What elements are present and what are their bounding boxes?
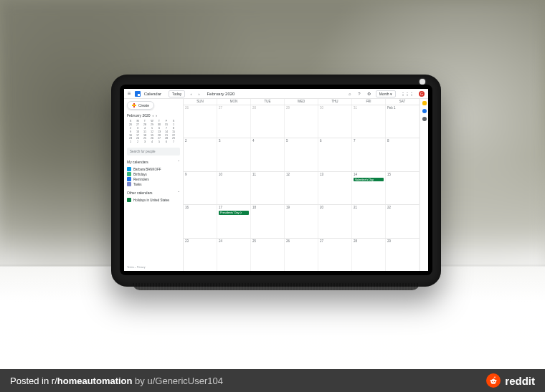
dow-label: WED [285, 99, 318, 105]
device-camera-dot [420, 79, 425, 85]
calendar-list-item[interactable]: Birthdays [127, 172, 180, 176]
day-cell[interactable]: 25 [251, 239, 285, 271]
day-number: 22 [387, 206, 417, 209]
day-number: 8 [387, 139, 417, 143]
calendar-list-item[interactable]: Barbara BANKOFF [127, 167, 180, 171]
day-cell[interactable]: 15 [386, 172, 420, 204]
my-calendars-section[interactable]: My calendars˄ [127, 160, 180, 164]
day-number: 14 [354, 173, 384, 176]
help-icon[interactable]: ? [356, 92, 361, 96]
terms-link[interactable]: Terms – Privacy [127, 266, 180, 269]
calendar-checkbox[interactable] [127, 172, 131, 176]
mini-next-icon[interactable]: › [156, 113, 157, 118]
day-of-week-header: SUNMONTUEWEDTHUFRISAT [184, 99, 420, 105]
day-number: 29 [286, 106, 316, 110]
day-number: 25 [252, 239, 283, 243]
day-number: 9 [185, 173, 215, 176]
day-cell[interactable]: 3 [217, 138, 251, 171]
prev-month-button[interactable]: ‹ [189, 92, 193, 96]
day-cell[interactable]: 6 [318, 138, 352, 171]
calendar-label: Tasks [133, 183, 142, 186]
reddit-logo[interactable]: reddit [486, 373, 535, 388]
day-number: 23 [185, 239, 215, 243]
day-cell[interactable]: 9 [184, 172, 217, 204]
day-cell[interactable]: 20 [318, 205, 352, 237]
day-cell[interactable]: 21 [352, 205, 386, 237]
calendar-app: ≡ Calendar Today ‹ › February 2020 ⌕ ? ⚙… [124, 89, 428, 271]
day-cell[interactable]: 19 [285, 205, 318, 237]
day-cell[interactable]: 7 [352, 138, 386, 171]
subreddit-link[interactable]: homeautomation [57, 376, 133, 386]
settings-gear-icon[interactable]: ⚙ [366, 91, 372, 96]
day-cell[interactable]: Feb 1 [386, 105, 420, 138]
day-cell[interactable]: 29 [285, 105, 318, 138]
day-cell[interactable]: 18 [251, 205, 285, 237]
day-cell[interactable]: 28 [352, 239, 386, 271]
day-cell[interactable]: 31 [352, 105, 386, 138]
today-button[interactable]: Today [169, 90, 185, 97]
day-cell[interactable]: 23 [184, 239, 217, 271]
search-icon[interactable]: ⌕ [347, 92, 353, 96]
tasks-icon[interactable] [422, 109, 427, 113]
day-cell[interactable]: 14Valentine's Day [352, 172, 386, 204]
user-link[interactable]: GenericUser104 [155, 376, 223, 386]
calendar-checkbox[interactable] [127, 177, 131, 181]
week-row: 2345678 [184, 138, 420, 171]
dow-label: SUN [184, 99, 217, 105]
other-calendars-section[interactable]: Other calendars˄ [127, 191, 180, 195]
calendar-label: Reminders [133, 178, 149, 181]
search-people-input[interactable]: Search for people [127, 148, 180, 156]
day-cell[interactable]: 27 [318, 239, 352, 271]
day-number: 6 [320, 139, 350, 143]
calendar-list-item[interactable]: Tasks [127, 182, 180, 186]
calendar-checkbox[interactable] [127, 167, 131, 171]
day-cell[interactable]: 24 [217, 239, 251, 271]
day-cell[interactable]: 26 [184, 105, 217, 138]
keep-icon[interactable] [422, 101, 427, 105]
week-row: 23242526272829 [184, 238, 420, 271]
day-cell[interactable]: 5 [285, 138, 318, 171]
scene: ≡ Calendar Today ‹ › February 2020 ⌕ ? ⚙… [0, 0, 545, 392]
day-cell[interactable]: 16 [184, 205, 217, 237]
day-number: 15 [387, 173, 417, 176]
calendar-event[interactable]: Valentine's Day [354, 178, 384, 182]
svg-point-4 [496, 380, 497, 381]
calendar-list-item[interactable]: Holidays in United States [127, 198, 180, 202]
day-cell[interactable]: 29 [386, 239, 420, 271]
calendar-event[interactable]: Presidents' Day (r [219, 211, 249, 215]
calendar-list-item[interactable]: Reminders [127, 177, 180, 181]
day-cell[interactable]: 13 [318, 172, 352, 204]
day-cell[interactable]: 17Presidents' Day (r [217, 205, 251, 237]
chevron-up-icon: ˄ [178, 191, 180, 195]
day-cell[interactable]: 4 [251, 138, 285, 171]
day-cell[interactable]: 26 [285, 239, 318, 271]
day-cell[interactable]: 11 [251, 172, 285, 204]
view-switch-button[interactable]: Month ▾ [376, 90, 396, 97]
day-cell[interactable]: 2 [184, 138, 217, 171]
day-cell[interactable]: 8 [386, 138, 420, 171]
day-cell[interactable]: 10 [217, 172, 251, 204]
next-month-button[interactable]: › [196, 92, 201, 96]
menu-icon[interactable]: ≡ [128, 91, 131, 97]
create-button[interactable]: Create [127, 101, 154, 110]
day-cell[interactable]: 22 [386, 205, 420, 237]
addons-icon[interactable] [422, 117, 427, 121]
side-panel [420, 99, 428, 271]
dow-label: TUE [251, 99, 285, 105]
reddit-snoo-icon [486, 373, 501, 388]
mini-calendar[interactable]: SMTWTFS 26272829303112345678910111213141… [127, 120, 180, 143]
calendar-checkbox[interactable] [127, 182, 131, 186]
day-cell[interactable]: 30 [318, 105, 352, 138]
day-number: 11 [252, 173, 283, 176]
day-number: 16 [185, 206, 215, 209]
day-cell[interactable]: 12 [285, 172, 318, 204]
day-cell[interactable]: 27 [217, 105, 251, 138]
dow-label: MON [217, 99, 251, 105]
account-avatar[interactable]: G [419, 91, 425, 97]
mini-prev-icon[interactable]: ‹ [153, 113, 154, 118]
sidebar: Create February 2020 ‹ › SMTWTFS 2627282… [124, 99, 183, 271]
apps-grid-icon[interactable]: ⋮⋮⋮ [399, 91, 415, 96]
svg-point-5 [495, 376, 496, 378]
day-cell[interactable]: 28 [251, 105, 285, 138]
calendar-checkbox[interactable] [127, 198, 131, 202]
